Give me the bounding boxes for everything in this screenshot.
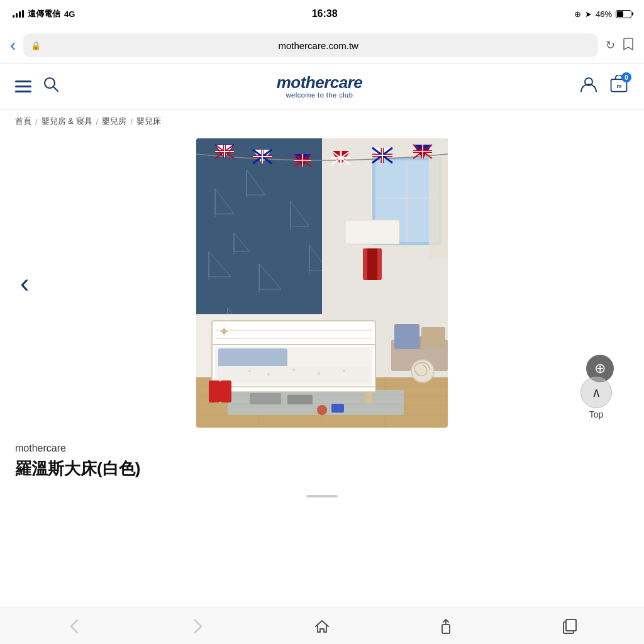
svg-point-98 — [343, 370, 345, 372]
location-icon: ⊕ — [574, 9, 581, 19]
status-left: 遠傳電信 4G — [13, 8, 75, 19]
battery-fill — [617, 11, 623, 17]
breadcrumb-sep-3: / — [130, 117, 133, 126]
svg-point-96 — [292, 369, 295, 371]
product-content: mothercare 羅溫斯大床(白色) — [0, 433, 644, 500]
hamburger-line-1 — [15, 80, 31, 82]
user-account-button[interactable] — [580, 75, 597, 97]
svg-text:✦: ✦ — [218, 324, 230, 340]
svg-point-107 — [317, 405, 327, 415]
product-info: mothercare 羅溫斯大床(白色) — [0, 433, 644, 491]
carrier-text: 遠傳電信 — [28, 8, 60, 19]
network-text: 4G — [64, 9, 75, 19]
svg-rect-112 — [421, 327, 445, 349]
back-to-top-button[interactable]: ∧ Top — [579, 376, 614, 420]
browser-nav-forward-button — [184, 618, 212, 635]
top-btn-circle: ∧ — [580, 377, 612, 408]
site-logo[interactable]: mothercare welcome to the club — [277, 74, 363, 99]
bookmark-button[interactable] — [623, 37, 634, 54]
browser-bar: ‹ 🔒 mothercare.com.tw ↻ — [0, 28, 644, 63]
url-text: mothercare.com.tw — [46, 40, 591, 51]
url-bar[interactable]: 🔒 mothercare.com.tw — [23, 33, 598, 57]
breadcrumb-sep-1: / — [35, 117, 38, 126]
breadcrumb-crib[interactable]: 嬰兒床 — [136, 116, 161, 127]
svg-point-94 — [248, 370, 251, 372]
svg-rect-103 — [212, 387, 375, 392]
hamburger-menu-button[interactable] — [15, 80, 31, 92]
svg-rect-114 — [442, 625, 450, 633]
product-image-area: ‹ — [0, 133, 644, 433]
battery-icon — [616, 10, 631, 18]
zoom-icon: ⊕ — [594, 360, 606, 377]
breadcrumb-nursery[interactable]: 嬰兒房 — [102, 116, 126, 127]
svg-rect-93 — [218, 366, 369, 382]
breadcrumb-sep-2: / — [96, 117, 99, 126]
gps-icon: ➤ — [585, 9, 592, 19]
site-header: mothercare welcome to the club m 0 — [0, 64, 644, 109]
chevron-up-icon: ∧ — [592, 385, 601, 400]
svg-rect-92 — [218, 348, 287, 367]
svg-rect-26 — [429, 157, 448, 258]
svg-rect-101 — [250, 393, 281, 404]
reload-button[interactable]: ↻ — [606, 38, 615, 52]
svg-rect-111 — [394, 324, 419, 349]
svg-rect-105 — [220, 380, 231, 402]
signal-bars — [13, 10, 24, 18]
status-bar: 遠傳電信 4G 16:38 ⊕ ➤ 46% — [0, 0, 644, 28]
browser-nav-back-button — [60, 618, 88, 635]
cart-count-badge: 0 — [621, 72, 631, 82]
svg-point-97 — [318, 372, 320, 375]
browser-back-button[interactable]: ‹ — [10, 35, 16, 55]
battery-percent: 46% — [596, 9, 612, 19]
svg-rect-108 — [331, 404, 344, 413]
svg-rect-87 — [212, 321, 375, 346]
browser-nav-home-button[interactable] — [308, 618, 336, 635]
browser-nav-share-button[interactable] — [432, 618, 460, 635]
svg-text:m: m — [616, 83, 621, 89]
bottom-navigation — [0, 608, 644, 644]
scroll-pill — [306, 495, 338, 497]
product-image: ✦ — [196, 138, 448, 428]
header-left — [15, 76, 59, 96]
svg-rect-30 — [367, 248, 377, 280]
search-button[interactable] — [43, 76, 59, 96]
logo-tagline: welcome to the club — [277, 91, 363, 99]
hamburger-line-2 — [15, 86, 31, 87]
prev-image-button[interactable]: ‹ — [20, 267, 30, 299]
hamburger-line-3 — [15, 91, 31, 92]
logo-text: mothercare — [277, 74, 363, 92]
svg-line-1 — [53, 87, 58, 91]
status-right: ⊕ ➤ 46% — [574, 9, 631, 19]
svg-rect-104 — [209, 380, 220, 402]
top-label: Top — [589, 409, 604, 419]
svg-rect-102 — [287, 395, 313, 404]
svg-rect-116 — [566, 619, 576, 631]
svg-point-95 — [267, 373, 270, 375]
time-display: 16:38 — [312, 8, 338, 19]
breadcrumb-home[interactable]: 首頁 — [15, 116, 31, 127]
breadcrumb-nursery-bedding[interactable]: 嬰兒房 & 寢具 — [42, 116, 92, 127]
header-right: m 0 — [580, 75, 629, 97]
scroll-indicator-row — [0, 491, 644, 500]
svg-rect-28 — [345, 220, 399, 244]
breadcrumb: 首頁 / 嬰兒房 & 寢具 / 嬰兒房 / 嬰兒床 — [0, 109, 644, 133]
lock-icon: 🔒 — [31, 41, 41, 50]
brand-name: mothercare — [15, 443, 629, 454]
cart-button[interactable]: m 0 — [609, 75, 629, 97]
browser-nav-tabs-button[interactable] — [556, 618, 584, 635]
product-title: 羅溫斯大床(白色) — [15, 458, 629, 480]
